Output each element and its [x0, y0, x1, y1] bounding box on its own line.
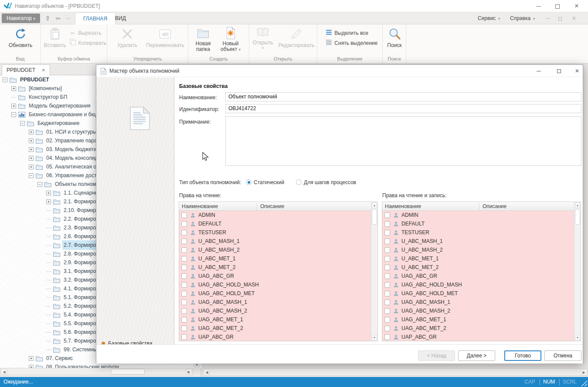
row-checkbox[interactable]	[384, 317, 390, 323]
new-object-button[interactable]: Новый объект ▾	[217, 26, 244, 53]
row-checkbox[interactable]	[384, 282, 390, 288]
permission-row[interactable]: UAG_ABC_MASH_1	[382, 298, 574, 306]
row-checkbox[interactable]	[384, 247, 390, 253]
close-icon[interactable]: ✕	[569, 2, 584, 10]
identifier-input[interactable]: OBJ414722	[225, 104, 581, 113]
tree-hscroll-thumb[interactable]	[111, 369, 145, 374]
tree-expander-icon[interactable]: +	[29, 356, 34, 361]
minimize-icon[interactable]	[531, 2, 546, 10]
finish-button[interactable]: Готово	[504, 350, 541, 361]
scroll-down-icon[interactable]: ▼	[575, 335, 580, 340]
tree-expander-icon[interactable]: +	[29, 365, 34, 368]
radio-process-steps[interactable]	[296, 179, 302, 185]
row-checkbox[interactable]	[181, 239, 187, 244]
search-button[interactable]: Поиск	[384, 26, 405, 48]
delete-button[interactable]: Удалить	[113, 26, 141, 48]
scroll-up-icon[interactable]: ▲	[575, 202, 580, 208]
permission-row[interactable]: U_ABC_MASH_2	[179, 246, 371, 254]
tree-expander-icon[interactable]: +	[11, 104, 16, 108]
permission-row[interactable]: ADMIN	[382, 211, 574, 219]
collapse-ribbon-icon[interactable]	[543, 15, 553, 22]
tree-expander-icon[interactable]: +	[29, 156, 34, 161]
row-checkbox[interactable]	[384, 273, 390, 279]
permission-row[interactable]: U_ABC_MET_1	[382, 254, 574, 263]
permission-row[interactable]: U_ABC_MET_2	[382, 263, 574, 272]
tree-hscroll-right-icon[interactable]: ▶	[186, 369, 192, 374]
permission-row[interactable]: DEFAULT	[382, 219, 574, 228]
forward-icon[interactable]: ⇨	[64, 13, 73, 23]
row-checkbox[interactable]	[384, 308, 390, 314]
permission-row[interactable]: DEFAULT	[179, 219, 371, 228]
ribbon-close-icon[interactable]: ✕	[569, 15, 579, 22]
select-all-button[interactable]: Выделить все	[325, 29, 368, 37]
name-input[interactable]: Объект полномочий	[225, 92, 581, 101]
row-checkbox[interactable]	[384, 291, 390, 296]
row-checkbox[interactable]	[384, 239, 390, 244]
rename-button[interactable]: ab| Переименовать	[144, 26, 187, 48]
back-button[interactable]: < Назад	[418, 350, 455, 361]
row-checkbox[interactable]	[181, 221, 187, 227]
back-icon[interactable]: ⇦	[53, 13, 63, 23]
menu-service[interactable]: Сервис▾	[478, 12, 500, 24]
row-checkbox[interactable]	[181, 317, 187, 323]
dialog-maximize-icon[interactable]	[552, 67, 565, 75]
cut-button[interactable]: ✂ Вырезать	[69, 29, 102, 37]
row-checkbox[interactable]	[181, 282, 187, 288]
row-checkbox[interactable]	[181, 256, 187, 262]
permission-row[interactable]: UAP_ABC_GR	[179, 333, 371, 341]
column-name[interactable]: Наименование	[385, 203, 421, 209]
read-list-vscrollbar[interactable]: ▲ ▼	[371, 202, 377, 341]
permission-row[interactable]: U_ABC_MASH_1	[179, 237, 371, 246]
scroll-thumb[interactable]	[575, 209, 580, 225]
radio-static-label[interactable]: Статический	[254, 179, 284, 185]
row-checkbox[interactable]	[384, 221, 390, 227]
tab-view[interactable]: ВИД	[107, 12, 134, 24]
radio-process-steps-label[interactable]: Для шагов процессов	[304, 179, 356, 185]
scroll-up-icon[interactable]: ▲	[372, 202, 377, 208]
tree-expander-icon[interactable]: +	[11, 86, 16, 91]
row-checkbox[interactable]	[384, 256, 390, 262]
tree-expander-icon[interactable]: +	[29, 138, 34, 143]
permission-row[interactable]: UAG_ABC_MET_1	[179, 315, 371, 324]
content-hscrollbar[interactable]: ◀ ▶	[203, 368, 588, 376]
scroll-thumb[interactable]	[372, 209, 377, 225]
permission-row[interactable]: U_ABC_MASH_1	[382, 237, 574, 246]
new-object-dropdown-icon[interactable]: ▾	[239, 47, 241, 52]
copy-button[interactable]: Копировать	[69, 39, 106, 47]
tree-hscrollbar[interactable]: ◀ ▶	[0, 368, 193, 375]
row-checkbox[interactable]	[181, 334, 187, 340]
scroll-down-icon[interactable]: ▼	[372, 335, 377, 340]
cancel-button[interactable]: Отмена	[544, 350, 581, 361]
row-checkbox[interactable]	[181, 230, 187, 236]
restore-icon[interactable]	[555, 15, 565, 22]
permission-row[interactable]: UAG_ABC_HOLD_MET	[382, 289, 574, 298]
row-checkbox[interactable]	[384, 326, 390, 331]
note-input[interactable]	[225, 116, 581, 166]
permission-row[interactable]: UAG_ABC_MASH_2	[382, 306, 574, 315]
permission-row[interactable]: TESTUSER	[382, 228, 574, 237]
permission-row[interactable]: UAG_ABC_HOLD_MET	[179, 289, 371, 298]
tree-expander-icon[interactable]: +	[29, 147, 34, 152]
tree-expander-icon[interactable]: +	[29, 165, 34, 169]
row-checkbox[interactable]	[384, 265, 390, 270]
tree-expander-icon[interactable]: +	[46, 199, 51, 204]
next-button[interactable]: Далее >	[458, 350, 495, 361]
permission-row[interactable]: UAG_ABC_GR	[179, 272, 371, 280]
menu-help[interactable]: Справка▾	[510, 12, 535, 24]
permission-row[interactable]: UAG_ABC_HOLD_MASH	[382, 280, 574, 289]
row-checkbox[interactable]	[384, 212, 390, 218]
permission-row[interactable]: U_ABC_MET_2	[179, 263, 371, 272]
permission-row[interactable]: TESTUSER	[179, 228, 371, 237]
tab-close-icon[interactable]: ✕	[41, 67, 45, 73]
dialog-minimize-icon[interactable]	[532, 67, 545, 75]
tree-hscroll-left-icon[interactable]: ◀	[1, 369, 7, 374]
new-folder-button[interactable]: Новая папка	[192, 26, 214, 52]
row-checkbox[interactable]	[384, 300, 390, 305]
row-checkbox[interactable]	[384, 334, 390, 340]
refresh-button[interactable]: Обновить	[5, 26, 36, 48]
tree-expander-icon[interactable]: −	[20, 121, 25, 126]
row-checkbox[interactable]	[181, 273, 187, 279]
column-name[interactable]: Наименование	[182, 203, 218, 209]
permission-row[interactable]: UAG_ABC_MASH_1	[179, 298, 371, 306]
row-checkbox[interactable]	[181, 291, 187, 296]
